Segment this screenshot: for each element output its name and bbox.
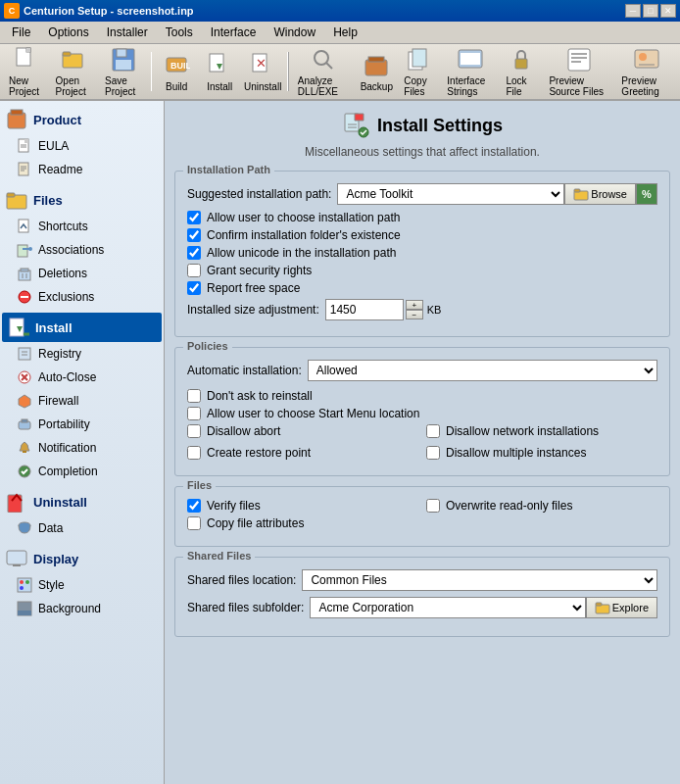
copy-attributes-checkbox[interactable] (187, 516, 201, 530)
sidebar-item-notification[interactable]: Notification (0, 436, 164, 460)
sidebar-item-deletions[interactable]: Deletions (0, 262, 164, 285)
svg-rect-43 (18, 245, 27, 257)
percent-button[interactable]: % (636, 183, 657, 205)
allow-choose-path-row: Allow user to choose installation path (187, 211, 657, 224)
menu-help[interactable]: Help (325, 24, 365, 41)
automatic-install-select[interactable]: Allowed (308, 360, 657, 381)
content-area: Install Settings Miscellaneous settings … (165, 101, 680, 784)
sidebar-item-completion[interactable]: Completion (0, 460, 164, 483)
menu-installer[interactable]: Installer (99, 24, 156, 41)
lock-file-label: Lock File (506, 75, 537, 97)
sidebar-item-registry[interactable]: Registry (0, 342, 164, 366)
toolbar-interface[interactable]: Interface Strings (442, 43, 499, 100)
toolbar-sep-2 (287, 52, 289, 91)
svg-rect-68 (13, 564, 21, 566)
dont-ask-reinstall-label: Don't ask to reinstall (207, 389, 313, 403)
suggested-path-select[interactable]: Acme Toolkit (337, 183, 564, 205)
confirm-folder-checkbox[interactable] (187, 228, 201, 242)
suggested-path-label: Suggested installation path: (187, 187, 331, 201)
verify-files-label: Verify files (207, 499, 261, 513)
create-restore-checkbox[interactable] (187, 446, 201, 460)
svg-rect-41 (7, 193, 15, 197)
toolbar-backup[interactable]: Backup (356, 49, 397, 95)
uninstall-header-label: Uninstall (33, 495, 87, 510)
toolbar-copy-files[interactable]: Copy Files (399, 43, 440, 100)
sidebar-item-firewall[interactable]: Firewall (0, 389, 164, 413)
disallow-network-checkbox[interactable] (426, 424, 440, 438)
spin-down-button[interactable]: − (406, 310, 423, 319)
toolbar-preview-greeting[interactable]: Preview Greeting (616, 43, 676, 100)
overwrite-readonly-checkbox[interactable] (426, 499, 440, 513)
sidebar-item-portability[interactable]: Portability (0, 413, 164, 436)
disallow-network-label: Disallow network installations (446, 424, 599, 438)
shared-location-select[interactable]: Common Files (302, 569, 657, 591)
preview-greeting-label: Preview Greeting (621, 75, 671, 97)
backup-label: Backup (361, 81, 393, 92)
verify-files-checkbox[interactable] (187, 499, 201, 513)
toolbar-analyze[interactable]: Analyze DLL/EXE (293, 43, 354, 100)
open-project-label: Open Project (56, 75, 94, 97)
menu-window[interactable]: Window (266, 24, 323, 41)
grant-security-checkbox[interactable] (187, 264, 201, 277)
uninstall-header-icon (6, 491, 27, 513)
sidebar-item-readme[interactable]: Readme (0, 158, 164, 181)
disallow-abort-checkbox[interactable] (187, 424, 201, 438)
sidebar: Product EULA Readme Files (0, 101, 165, 784)
build-icon: BUILD (163, 52, 190, 79)
sidebar-item-associations[interactable]: Associations (0, 238, 164, 262)
svg-rect-22 (515, 59, 527, 69)
create-restore-row: Create restore point (187, 446, 418, 460)
close-button[interactable]: ✕ (660, 4, 676, 18)
toolbar-open-project[interactable]: Open Project (51, 43, 99, 100)
sidebar-item-style[interactable]: Style (0, 573, 164, 597)
save-project-icon (110, 46, 137, 74)
svg-rect-62 (22, 419, 27, 422)
menu-options[interactable]: Options (40, 24, 96, 41)
toolbar-uninstall[interactable]: ✕ Uninstall (242, 49, 283, 95)
completion-label: Completion (38, 465, 98, 478)
minimize-button[interactable]: ─ (625, 4, 641, 18)
files-two-col: Verify files Overwrite read-only files (187, 499, 657, 516)
dont-ask-reinstall-checkbox[interactable] (187, 389, 201, 403)
menu-file[interactable]: File (4, 24, 38, 41)
sidebar-header-files: Files (0, 185, 164, 215)
sidebar-item-eula[interactable]: EULA (0, 134, 164, 158)
maximize-button[interactable]: □ (643, 4, 658, 18)
explore-button[interactable]: Explore (586, 597, 657, 618)
sidebar-item-exclusions[interactable]: Exclusions (0, 285, 164, 309)
main-layout: Product EULA Readme Files (0, 101, 680, 784)
toolbar: New Project Open Project Save Project BU… (0, 44, 680, 101)
toolbar-save-project[interactable]: Save Project (100, 43, 146, 100)
display-header-label: Display (33, 552, 78, 566)
menu-interface[interactable]: Interface (203, 24, 265, 41)
sidebar-item-shortcuts[interactable]: Shortcuts (0, 215, 164, 238)
toolbar-new-project[interactable]: New Project (4, 43, 49, 100)
menu-tools[interactable]: Tools (158, 24, 201, 41)
allow-start-menu-checkbox[interactable] (187, 407, 201, 420)
allow-unicode-checkbox[interactable] (187, 246, 201, 260)
browse-button[interactable]: Browse (564, 183, 636, 205)
toolbar-lock-file[interactable]: Lock File (501, 43, 542, 100)
toolbar-install[interactable]: Install (199, 49, 240, 95)
readme-icon (16, 161, 33, 178)
allow-start-menu-label: Allow user to choose Start Menu location (207, 407, 419, 420)
overwrite-readonly-row: Overwrite read-only files (426, 499, 657, 513)
svg-rect-83 (596, 603, 602, 606)
spin-up-button[interactable]: + (406, 300, 423, 310)
shared-subfolder-select[interactable]: Acme Corporation (310, 597, 585, 618)
shortcuts-label: Shortcuts (38, 220, 88, 233)
new-project-label: New Project (9, 75, 44, 97)
toolbar-build[interactable]: BUILD Build (156, 49, 197, 95)
sidebar-item-data[interactable]: Data (0, 516, 164, 540)
allow-unicode-label: Allow unicode in the installation path (207, 246, 396, 260)
overwrite-readonly-label: Overwrite read-only files (446, 499, 572, 513)
suggested-path-row: Suggested installation path: Acme Toolki… (187, 183, 657, 205)
disallow-multiple-checkbox[interactable] (426, 446, 440, 460)
report-free-space-checkbox[interactable] (187, 281, 201, 295)
sidebar-item-auto-close[interactable]: Auto-Close (0, 366, 164, 389)
installed-size-input[interactable] (325, 299, 404, 320)
sidebar-item-background[interactable]: Background (0, 597, 164, 620)
product-header-icon (6, 109, 27, 130)
toolbar-preview-source[interactable]: Preview Source Files (544, 43, 614, 100)
allow-choose-path-checkbox[interactable] (187, 211, 201, 224)
